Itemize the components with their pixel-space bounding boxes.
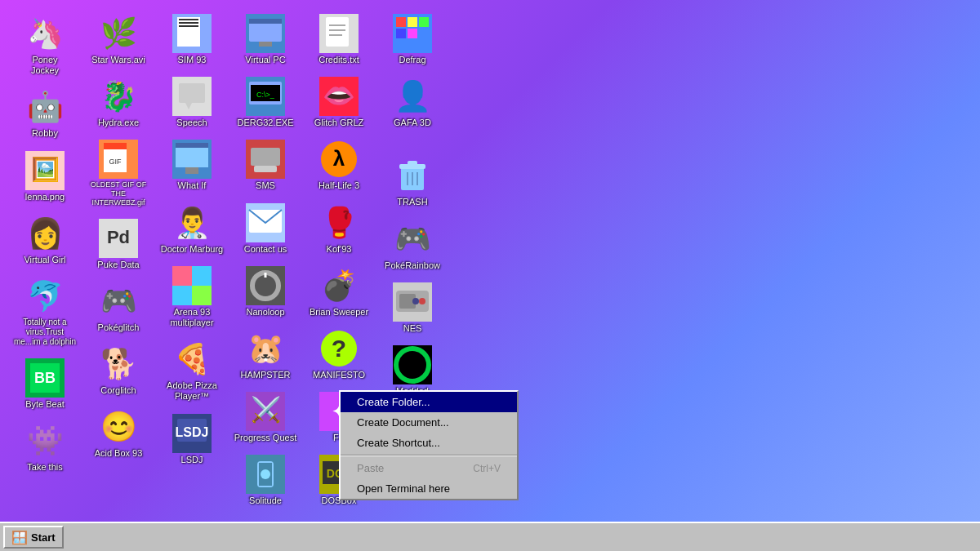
icon-hampster[interactable]: 🐹 HAMPSTER bbox=[229, 323, 302, 386]
context-menu-open-terminal[interactable]: Open Terminal here bbox=[341, 478, 517, 499]
context-menu: Create Folder... Create Document... Crea… bbox=[339, 390, 519, 500]
svg-rect-71 bbox=[419, 17, 429, 27]
icon-gafa-3d[interactable]: 👤 GAFA 3D bbox=[376, 71, 449, 134]
svg-rect-21 bbox=[176, 143, 208, 148]
icon-oldest-gif[interactable]: GIF OLDEST GIF OF THE INTERWEBZ.gif bbox=[82, 134, 155, 212]
svg-rect-25 bbox=[172, 286, 192, 305]
svg-point-84 bbox=[419, 298, 425, 304]
icon-virtual-pc[interactable]: Virtual PC bbox=[229, 8, 302, 71]
icon-lsdj[interactable]: LSDJ LSDJ bbox=[155, 408, 229, 471]
icon-puke-data[interactable]: Pd Puke Data bbox=[82, 213, 155, 276]
icon-half-life[interactable]: λ Half-Life 3 bbox=[302, 134, 376, 197]
svg-text:🖼️: 🖼️ bbox=[31, 156, 60, 183]
icon-nes[interactable]: NES bbox=[376, 277, 449, 340]
icon-brian-sweeper[interactable]: 💣 Brian Sweeper bbox=[302, 260, 376, 323]
start-label: Start bbox=[31, 531, 56, 544]
svg-rect-32 bbox=[249, 19, 282, 24]
icon-jenna-png[interactable]: 🖼️ lenna.png bbox=[8, 145, 82, 208]
icon-sms[interactable]: SMS bbox=[229, 134, 302, 197]
icon-virtual-girl[interactable]: 👩 Virtual Girl bbox=[8, 208, 82, 271]
icon-byte-beat[interactable]: BB Byte Beat bbox=[8, 353, 82, 415]
context-menu-paste[interactable]: Paste Ctrl+V bbox=[341, 458, 517, 478]
svg-rect-40 bbox=[254, 166, 277, 172]
context-menu-create-folder[interactable]: Create Folder... bbox=[341, 392, 517, 412]
icon-solitude[interactable]: Solitude bbox=[229, 449, 302, 512]
icon-derg32[interactable]: C:\>_ DERG32.EXE bbox=[229, 71, 302, 134]
svg-rect-39 bbox=[251, 148, 280, 166]
svg-rect-73 bbox=[408, 29, 417, 38]
svg-text:Pd: Pd bbox=[107, 227, 130, 247]
svg-text:BB: BB bbox=[34, 370, 56, 386]
icon-corglitch[interactable]: 🐕 Corglitch bbox=[82, 339, 155, 402]
svg-text:C:\>_: C:\>_ bbox=[256, 91, 275, 99]
svg-text:GIF: GIF bbox=[109, 158, 122, 166]
icon-totally-not-virus[interactable]: 🐬 Totally not a virus.Trust me...im a do… bbox=[8, 271, 82, 353]
svg-text:LSDJ: LSDJ bbox=[176, 425, 209, 439]
icon-pokeglitch[interactable]: 🎮 Pokéglitch bbox=[82, 276, 155, 339]
svg-rect-17 bbox=[179, 83, 205, 103]
svg-rect-13 bbox=[179, 19, 198, 20]
svg-rect-86 bbox=[393, 345, 432, 384]
icon-star-wars[interactable]: 🌿 Star Wars.avi bbox=[82, 8, 155, 71]
icon-trash[interactable]: TRASH bbox=[376, 150, 449, 213]
icon-what-if[interactable]: What If bbox=[155, 134, 229, 197]
icon-glitch-grlz[interactable]: 👄 Glitch GRLZ bbox=[302, 71, 376, 134]
icon-robby[interactable]: 🤖 Robby bbox=[8, 82, 82, 144]
icon-acid-box[interactable]: 😊 Acid Box 93 bbox=[82, 402, 155, 464]
svg-point-85 bbox=[412, 298, 419, 304]
svg-text:?: ? bbox=[332, 335, 346, 362]
icon-kof93[interactable]: 🥊 Kof'93 bbox=[302, 198, 376, 260]
start-button[interactable]: 🪟 Start bbox=[3, 526, 64, 549]
svg-rect-12 bbox=[177, 17, 200, 47]
icon-arena-93[interactable]: Arena 93 multiplayer bbox=[155, 260, 229, 334]
svg-point-51 bbox=[261, 469, 270, 479]
icon-doctor-marburg[interactable]: 👨‍⚕️ Doctor Marburg bbox=[155, 198, 229, 260]
svg-rect-14 bbox=[179, 22, 198, 24]
svg-rect-15 bbox=[179, 25, 198, 27]
icon-defrag[interactable]: Defrag bbox=[376, 8, 449, 71]
svg-rect-7 bbox=[104, 143, 127, 149]
icon-nanoloop[interactable]: Nanoloop bbox=[229, 260, 302, 323]
icon-speech[interactable]: Speech bbox=[155, 71, 229, 134]
icon-progress-quest[interactable]: ⚔️ Progress Quest bbox=[229, 386, 302, 449]
svg-rect-22 bbox=[185, 167, 198, 174]
svg-rect-72 bbox=[396, 29, 406, 38]
icon-contact-us[interactable]: Contact us bbox=[229, 198, 302, 260]
icon-poney-jockey[interactable]: 🦄 PoneyJockey bbox=[8, 8, 82, 82]
icon-manifesto[interactable]: ? MANIFESTO bbox=[302, 323, 376, 386]
start-icon: 🪟 bbox=[11, 530, 28, 545]
svg-rect-33 bbox=[259, 42, 272, 47]
svg-text:⚔️: ⚔️ bbox=[251, 395, 282, 424]
taskbar: 🪟 Start bbox=[0, 522, 980, 551]
icon-sim93[interactable]: SIM 93 bbox=[155, 8, 229, 71]
icon-hydra-exe[interactable]: 🐉 Hydra.exe bbox=[82, 71, 155, 134]
icon-adobe-pizza[interactable]: 🍕 Adobe Pizza Player™ bbox=[155, 334, 229, 407]
svg-rect-70 bbox=[408, 17, 417, 27]
context-menu-create-shortcut[interactable]: Create Shortcut... bbox=[341, 433, 517, 453]
svg-rect-77 bbox=[408, 161, 417, 166]
svg-rect-69 bbox=[396, 17, 406, 27]
icon-take-this[interactable]: 👾 Take this bbox=[8, 415, 82, 478]
icon-credits-txt[interactable]: Credits.txt bbox=[302, 8, 376, 71]
icon-pokerainbow[interactable]: 🎮 PokéRainbow bbox=[376, 214, 449, 277]
svg-rect-24 bbox=[192, 266, 212, 286]
svg-rect-26 bbox=[192, 286, 212, 305]
svg-rect-53 bbox=[326, 17, 349, 47]
context-menu-create-document[interactable]: Create Document... bbox=[341, 412, 517, 433]
svg-rect-23 bbox=[172, 266, 192, 286]
context-menu-separator bbox=[341, 455, 517, 456]
svg-text:λ: λ bbox=[333, 146, 345, 171]
svg-text:👄: 👄 bbox=[323, 80, 355, 111]
